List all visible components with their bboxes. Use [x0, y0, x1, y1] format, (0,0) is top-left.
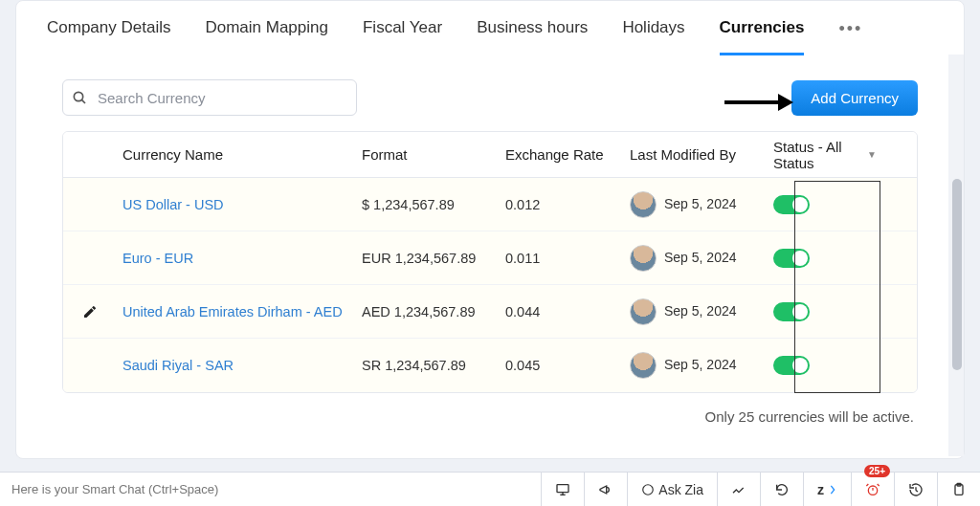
svg-line-13	[916, 490, 918, 491]
currency-name-link[interactable]: Euro - EUR	[117, 251, 356, 266]
svg-line-11	[878, 484, 880, 486]
table-header: Currency Name Format Exchange Rate Last …	[63, 132, 917, 178]
currency-name-link[interactable]: United Arab Emirates Dirham - AED	[117, 304, 356, 319]
annotation-arrow-icon	[723, 91, 793, 114]
currency-rate: 0.044	[500, 304, 624, 319]
table-row[interactable]: US Dollar - USD $ 1,234,567.89 0.012 Sep…	[63, 178, 917, 231]
tab-business-hours[interactable]: Business hours	[477, 18, 588, 55]
monitor-icon[interactable]	[541, 473, 584, 506]
currency-name-link[interactable]: US Dollar - USD	[117, 197, 356, 212]
avatar	[630, 245, 657, 272]
currency-modified: Sep 5, 2024	[624, 191, 768, 218]
svg-point-0	[74, 92, 82, 100]
svg-point-7	[643, 484, 654, 495]
tab-holidays[interactable]: Holidays	[622, 18, 684, 55]
tab-fiscal-year[interactable]: Fiscal Year	[363, 18, 442, 55]
settings-panel: Company Details Domain Mapping Fiscal Ye…	[15, 0, 965, 459]
col-format: Format	[356, 146, 500, 163]
search-wrap	[62, 79, 357, 116]
col-last-modified: Last Modified By	[624, 146, 768, 163]
tab-company-details[interactable]: Company Details	[47, 18, 170, 55]
notification-badge: 25+	[864, 465, 890, 477]
smart-chat-hint[interactable]: Here is your Smart Chat (Ctrl+Space)	[0, 482, 541, 496]
tab-domain-mapping[interactable]: Domain Mapping	[205, 18, 328, 55]
currency-rate: 0.012	[500, 197, 624, 212]
search-icon	[72, 90, 87, 105]
footer-note: Only 25 currencies will be active.	[16, 393, 964, 425]
currency-modified: Sep 5, 2024	[624, 298, 768, 325]
clipboard-icon[interactable]	[937, 473, 980, 506]
ask-zia-button[interactable]: Ask Zia	[627, 473, 717, 506]
tabs-more-icon[interactable]: •••	[838, 19, 862, 55]
refresh-icon[interactable]	[760, 473, 803, 506]
tabs-bar: Company Details Domain Mapping Fiscal Ye…	[16, 1, 964, 56]
chevron-down-icon: ▼	[867, 149, 877, 160]
analytics-icon[interactable]	[717, 473, 760, 506]
svg-marker-3	[778, 94, 793, 111]
add-currency-button[interactable]: Add Currency	[791, 80, 918, 116]
scrollbar-thumb[interactable]	[952, 179, 962, 370]
status-toggle[interactable]	[773, 195, 810, 214]
alarm-icon[interactable]: 25+	[851, 473, 894, 506]
toolbar: Add Currency	[16, 56, 964, 131]
currency-modified: Sep 5, 2024	[624, 352, 768, 379]
table-row[interactable]: United Arab Emirates Dirham - AED AED 1,…	[63, 285, 917, 339]
col-exchange-rate: Exchange Rate	[500, 146, 624, 163]
currency-rate: 0.011	[500, 251, 624, 266]
status-toggle[interactable]	[773, 249, 810, 268]
status-toggle[interactable]	[773, 356, 810, 375]
currency-format: AED 1,234,567.89	[356, 304, 500, 319]
currency-format: EUR 1,234,567.89	[356, 251, 500, 266]
col-status-filter[interactable]: Status - All Status ▼	[768, 139, 882, 171]
svg-line-1	[82, 100, 85, 103]
svg-rect-4	[557, 484, 568, 492]
row-edit-cell	[63, 304, 117, 319]
currency-format: $ 1,234,567.89	[356, 197, 500, 212]
avatar	[630, 191, 657, 218]
currency-format: SR 1,234,567.89	[356, 358, 500, 373]
vertical-scrollbar[interactable]	[948, 55, 964, 456]
table-row[interactable]: Saudi Riyal - SAR SR 1,234,567.89 0.045 …	[63, 339, 917, 392]
tab-currencies[interactable]: Currencies	[720, 18, 805, 55]
history-icon[interactable]	[894, 473, 937, 506]
zia-icon[interactable]: z	[803, 473, 851, 506]
table-row[interactable]: Euro - EUR EUR 1,234,567.89 0.011 Sep 5,…	[63, 231, 917, 285]
bottom-bar: Here is your Smart Chat (Ctrl+Space) Ask…	[0, 472, 980, 506]
currency-name-link[interactable]: Saudi Riyal - SAR	[117, 358, 356, 373]
svg-line-10	[866, 484, 868, 486]
col-currency-name: Currency Name	[117, 146, 356, 163]
search-input[interactable]	[62, 79, 357, 116]
currency-rate: 0.045	[500, 358, 624, 373]
currency-modified: Sep 5, 2024	[624, 245, 768, 272]
avatar	[630, 352, 657, 379]
pencil-icon[interactable]	[82, 304, 98, 319]
avatar	[630, 298, 657, 325]
megaphone-icon[interactable]	[584, 473, 627, 506]
status-toggle[interactable]	[773, 302, 810, 321]
currency-table: Currency Name Format Exchange Rate Last …	[62, 131, 918, 393]
